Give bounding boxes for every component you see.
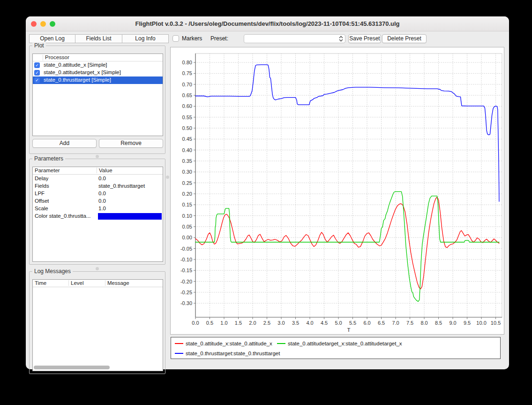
horizontal-splitter-grip[interactable] [96, 155, 99, 158]
parameters-table[interactable]: Parameter Value Delay0.0Fieldsstate_0.th… [32, 167, 163, 262]
y-tick-label: 0.30 [182, 169, 192, 175]
list-item[interactable]: ✓state_0.attitudetarget_x [Simple] [33, 69, 163, 76]
x-tick-label: 1.0 [220, 320, 227, 326]
chart-legend: state_0.attitude_x:state_0.attitude_x st… [171, 337, 501, 359]
x-tick-label: 8.5 [435, 320, 442, 326]
table-row[interactable]: Color state_0.thrustta... [33, 213, 163, 220]
horizontal-scrollbar-thumb[interactable] [34, 366, 110, 369]
preset-input[interactable] [246, 35, 334, 42]
log-table-header[interactable]: Time Level Message [33, 280, 163, 287]
y-tick-label: 0.40 [182, 147, 192, 153]
plot-outline [195, 53, 502, 317]
parameter-value-cell[interactable]: 0.0 [98, 176, 106, 181]
y-tick-label: 0.15 [182, 202, 192, 207]
x-tick-label: 0.5 [206, 320, 213, 326]
table-row[interactable]: Offset0.0 [33, 198, 163, 205]
y-tick-label: -0.20 [180, 279, 192, 284]
color-swatch[interactable] [98, 213, 162, 220]
y-tick-label: 0.60 [182, 103, 192, 109]
table-row[interactable]: LPF0.0 [33, 190, 163, 198]
plot-group-title: Plot [32, 42, 46, 49]
column-separator [68, 280, 69, 286]
minimize-window-icon[interactable] [40, 21, 46, 27]
parameter-name-cell: Delay [35, 176, 48, 181]
zoom-window-icon[interactable] [50, 21, 55, 27]
horizontal-splitter-grip-2[interactable] [96, 267, 99, 270]
checked-checkbox-icon[interactable]: ✓ [34, 77, 40, 83]
y-tick-label: 0.45 [182, 136, 192, 142]
add-button[interactable]: Add [32, 139, 97, 148]
list-item-label: state_0.thrusttarget [Simple] [44, 77, 111, 83]
parameter-name-cell: LPF [35, 191, 45, 196]
legend-label: state_0.attitudetarget_x:state_0.attitud… [288, 340, 402, 347]
x-tick-label: 5.0 [335, 320, 342, 326]
level-column-header: Level [71, 280, 84, 286]
window-title: FlightPlot v.0.3.2 - /Users/oleg/Documen… [63, 16, 472, 31]
x-tick-label: 6.5 [378, 320, 385, 326]
delete-preset-button[interactable]: Delete Preset [382, 34, 427, 43]
parameter-value-cell[interactable]: state_0.thrusttarget [98, 183, 145, 189]
plot-group: Plot Processor ✓state_0.attitude_x [Simp… [29, 46, 165, 154]
table-row[interactable]: Fieldsstate_0.thrusttarget [33, 183, 163, 190]
checked-checkbox-icon[interactable]: ✓ [34, 62, 40, 68]
y-tick-label: 0.65 [182, 92, 192, 98]
x-tick-label: 5.5 [349, 320, 356, 326]
parameter-value-cell[interactable]: 1.0 [98, 206, 106, 211]
x-tick-label: 9.0 [449, 320, 456, 326]
y-tick-label: 0.75 [182, 70, 192, 76]
log-messages-group: Log Messages Time Level Message [29, 271, 165, 374]
legend-label: state_0.attitude_x:state_0.attitude_x [186, 340, 272, 347]
legend-label: state_0.thrusttarget:state_0.thrusttarge… [186, 350, 280, 357]
column-separator [105, 280, 105, 286]
y-tick-label: 0.00 [182, 235, 192, 240]
column-separator [97, 168, 97, 173]
chart-panel: 0.00.51.01.52.02.53.03.54.04.55.05.56.06… [170, 47, 504, 335]
y-tick-label: 0.80 [182, 60, 192, 65]
table-row[interactable]: Scale1.0 [33, 205, 163, 213]
chart-plot-area[interactable]: 0.00.51.01.52.02.53.03.54.04.55.05.56.06… [171, 47, 504, 334]
processor-column-header[interactable]: Processor [33, 54, 163, 61]
list-item-label: state_0.attitude_x [Simple] [44, 62, 107, 68]
fields-list-button[interactable]: Fields List [75, 34, 122, 43]
y-tick-label: 0.55 [182, 115, 192, 120]
flightplot-window: FlightPlot v.0.3.2 - /Users/oleg/Documen… [26, 16, 509, 369]
y-tick-label: 0.10 [182, 213, 192, 219]
x-axis-label: T [347, 327, 350, 333]
table-row[interactable]: Delay0.0 [33, 175, 163, 183]
parameters-table-header[interactable]: Parameter Value [33, 167, 163, 175]
toolbar: Open Log Fields List Log Info Markers Pr… [26, 32, 509, 45]
preset-combobox[interactable] [244, 34, 345, 43]
log-messages-group-title: Log Messages [32, 268, 73, 275]
log-messages-table[interactable]: Time Level Message [32, 279, 163, 371]
vertical-splitter-grip[interactable] [166, 176, 169, 179]
x-tick-label: 1.5 [235, 320, 242, 326]
y-tick-label: 0.70 [182, 82, 192, 87]
list-item[interactable]: ✓state_0.thrusttarget [Simple] [33, 76, 163, 84]
markers-label: Markers [182, 34, 202, 43]
remove-button[interactable]: Remove [99, 139, 163, 148]
log-info-button[interactable]: Log Info [122, 34, 169, 43]
x-tick-label: 10.5 [491, 320, 501, 326]
preset-label: Preset: [210, 34, 228, 43]
save-preset-button[interactable]: Save Preset [348, 34, 381, 43]
checked-checkbox-icon[interactable]: ✓ [34, 70, 40, 76]
markers-checkbox[interactable] [172, 35, 179, 42]
legend-line-swatch [277, 343, 285, 344]
y-tick-label: -0.05 [180, 246, 192, 252]
x-tick-label: 9.5 [464, 320, 471, 326]
y-tick-label: -0.15 [180, 267, 192, 273]
titlebar[interactable]: FlightPlot v.0.3.2 - /Users/oleg/Documen… [26, 16, 509, 31]
processor-list[interactable]: Processor ✓state_0.attitude_x [Simple]✓s… [32, 53, 163, 136]
close-window-icon[interactable] [31, 21, 37, 27]
x-tick-label: 2.5 [263, 320, 270, 326]
y-tick-label: 0.05 [182, 224, 192, 229]
list-item-label: state_0.attitudetarget_x [Simple] [44, 69, 121, 75]
value-column-header: Value [99, 168, 112, 173]
parameter-value-cell[interactable]: 0.0 [98, 191, 106, 196]
list-item[interactable]: ✓state_0.attitude_x [Simple] [33, 61, 163, 69]
parameter-name-cell: Scale [35, 206, 48, 211]
combo-stepper-icon[interactable] [337, 35, 345, 42]
parameter-value-cell[interactable]: 0.0 [98, 198, 106, 204]
y-tick-label: -0.30 [180, 300, 192, 306]
x-tick-label: 4.5 [321, 320, 328, 326]
